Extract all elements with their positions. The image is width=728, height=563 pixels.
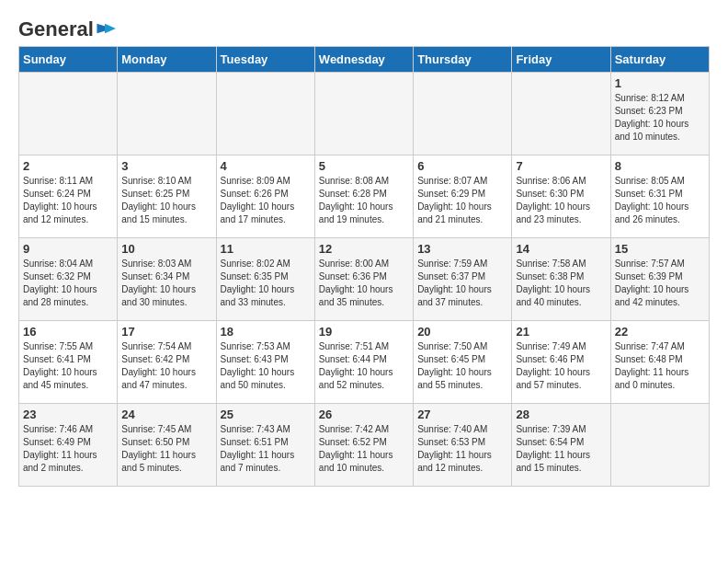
- day-number: 18: [221, 325, 311, 339]
- calendar-day-cell: 11Sunrise: 8:02 AM Sunset: 6:35 PM Dayli…: [216, 238, 314, 321]
- calendar-day-cell: 24Sunrise: 7:45 AM Sunset: 6:50 PM Dayli…: [118, 404, 216, 487]
- day-info: Sunrise: 8:11 AM Sunset: 6:24 PM Dayligh…: [23, 175, 113, 226]
- weekday-header: Friday: [512, 47, 610, 73]
- calendar-day-cell: 28Sunrise: 7:39 AM Sunset: 6:54 PM Dayli…: [512, 404, 610, 487]
- day-info: Sunrise: 7:42 AM Sunset: 6:52 PM Dayligh…: [319, 423, 409, 475]
- calendar-day-cell: 6Sunrise: 8:07 AM Sunset: 6:29 PM Daylig…: [414, 155, 512, 238]
- day-number: 27: [417, 408, 507, 421]
- page-header: General: [18, 18, 710, 37]
- day-info: Sunrise: 7:51 AM Sunset: 6:44 PM Dayligh…: [319, 340, 409, 392]
- day-number: 3: [121, 159, 211, 173]
- calendar-day-cell: 12Sunrise: 8:00 AM Sunset: 6:36 PM Dayli…: [314, 238, 413, 321]
- day-info: Sunrise: 7:58 AM Sunset: 6:38 PM Dayligh…: [516, 258, 606, 309]
- day-number: 17: [121, 325, 211, 339]
- calendar-day-cell: 1Sunrise: 8:12 AM Sunset: 6:23 PM Daylig…: [610, 73, 709, 155]
- calendar-day-cell: 21Sunrise: 7:49 AM Sunset: 6:46 PM Dayli…: [512, 321, 610, 404]
- calendar-day-cell: 8Sunrise: 8:05 AM Sunset: 6:31 PM Daylig…: [610, 155, 709, 238]
- day-info: Sunrise: 8:05 AM Sunset: 6:31 PM Dayligh…: [615, 175, 705, 226]
- calendar-day-cell: 13Sunrise: 7:59 AM Sunset: 6:37 PM Dayli…: [414, 238, 512, 321]
- svg-marker-1: [105, 24, 116, 33]
- day-number: 5: [319, 159, 409, 173]
- calendar-week-row: 2Sunrise: 8:11 AM Sunset: 6:24 PM Daylig…: [19, 155, 710, 238]
- day-info: Sunrise: 8:03 AM Sunset: 6:34 PM Dayligh…: [121, 258, 211, 309]
- day-number: 10: [121, 242, 211, 256]
- calendar-day-cell: [610, 404, 709, 487]
- calendar-week-row: 23Sunrise: 7:46 AM Sunset: 6:49 PM Dayli…: [19, 404, 710, 487]
- day-number: 21: [516, 325, 606, 339]
- calendar-day-cell: 2Sunrise: 8:11 AM Sunset: 6:24 PM Daylig…: [19, 155, 118, 238]
- day-number: 23: [23, 408, 113, 421]
- day-info: Sunrise: 8:06 AM Sunset: 6:30 PM Dayligh…: [516, 175, 606, 226]
- calendar-day-cell: [314, 73, 413, 155]
- day-info: Sunrise: 8:00 AM Sunset: 6:36 PM Dayligh…: [319, 258, 409, 309]
- day-number: 25: [221, 408, 311, 421]
- day-number: 13: [417, 242, 507, 256]
- day-number: 8: [615, 159, 705, 173]
- day-number: 20: [417, 325, 507, 339]
- calendar-day-cell: 4Sunrise: 8:09 AM Sunset: 6:26 PM Daylig…: [216, 155, 314, 238]
- weekday-header: Wednesday: [314, 47, 413, 73]
- day-number: 9: [23, 242, 113, 256]
- day-info: Sunrise: 7:47 AM Sunset: 6:48 PM Dayligh…: [615, 340, 705, 392]
- calendar-day-cell: [414, 73, 512, 155]
- day-info: Sunrise: 7:53 AM Sunset: 6:43 PM Dayligh…: [221, 340, 311, 392]
- day-info: Sunrise: 7:57 AM Sunset: 6:39 PM Dayligh…: [615, 258, 705, 309]
- weekday-header: Tuesday: [216, 47, 314, 73]
- calendar-day-cell: 10Sunrise: 8:03 AM Sunset: 6:34 PM Dayli…: [118, 238, 216, 321]
- calendar-day-cell: 17Sunrise: 7:54 AM Sunset: 6:42 PM Dayli…: [118, 321, 216, 404]
- day-number: 19: [319, 325, 409, 339]
- day-info: Sunrise: 7:49 AM Sunset: 6:46 PM Dayligh…: [516, 340, 606, 392]
- calendar-day-cell: [118, 73, 216, 155]
- day-number: 1: [615, 76, 705, 90]
- weekday-header: Monday: [118, 47, 216, 73]
- logo: General: [18, 18, 116, 37]
- day-number: 7: [516, 159, 606, 173]
- calendar-day-cell: 15Sunrise: 7:57 AM Sunset: 6:39 PM Dayli…: [610, 238, 709, 321]
- calendar-header: SundayMondayTuesdayWednesdayThursdayFrid…: [19, 47, 710, 73]
- day-number: 12: [319, 242, 409, 256]
- day-number: 24: [121, 408, 211, 421]
- day-info: Sunrise: 8:10 AM Sunset: 6:25 PM Dayligh…: [121, 175, 211, 226]
- day-info: Sunrise: 8:04 AM Sunset: 6:32 PM Dayligh…: [23, 258, 113, 309]
- day-info: Sunrise: 8:07 AM Sunset: 6:29 PM Dayligh…: [417, 175, 507, 226]
- calendar-day-cell: 19Sunrise: 7:51 AM Sunset: 6:44 PM Dayli…: [314, 321, 413, 404]
- calendar-week-row: 1Sunrise: 8:12 AM Sunset: 6:23 PM Daylig…: [19, 73, 710, 155]
- day-number: 6: [417, 159, 507, 173]
- day-info: Sunrise: 8:12 AM Sunset: 6:23 PM Dayligh…: [615, 92, 705, 144]
- calendar-day-cell: 3Sunrise: 8:10 AM Sunset: 6:25 PM Daylig…: [118, 155, 216, 238]
- day-info: Sunrise: 7:46 AM Sunset: 6:49 PM Dayligh…: [23, 423, 113, 475]
- day-number: 15: [615, 242, 705, 256]
- calendar-week-row: 16Sunrise: 7:55 AM Sunset: 6:41 PM Dayli…: [19, 321, 710, 404]
- day-number: 28: [516, 408, 606, 421]
- day-number: 14: [516, 242, 606, 256]
- calendar-day-cell: 20Sunrise: 7:50 AM Sunset: 6:45 PM Dayli…: [414, 321, 512, 404]
- calendar-day-cell: 7Sunrise: 8:06 AM Sunset: 6:30 PM Daylig…: [512, 155, 610, 238]
- weekday-header: Sunday: [19, 47, 118, 73]
- calendar-day-cell: 5Sunrise: 8:08 AM Sunset: 6:28 PM Daylig…: [314, 155, 413, 238]
- day-info: Sunrise: 7:45 AM Sunset: 6:50 PM Dayligh…: [121, 423, 211, 475]
- day-number: 2: [23, 159, 113, 173]
- calendar-day-cell: 23Sunrise: 7:46 AM Sunset: 6:49 PM Dayli…: [19, 404, 118, 487]
- calendar-day-cell: [19, 73, 118, 155]
- day-number: 26: [319, 408, 409, 421]
- calendar-day-cell: 18Sunrise: 7:53 AM Sunset: 6:43 PM Dayli…: [216, 321, 314, 404]
- weekday-header: Thursday: [414, 47, 512, 73]
- calendar-week-row: 9Sunrise: 8:04 AM Sunset: 6:32 PM Daylig…: [19, 238, 710, 321]
- logo-icon: [94, 22, 116, 35]
- calendar-day-cell: [216, 73, 314, 155]
- day-number: 11: [221, 242, 311, 256]
- day-info: Sunrise: 8:02 AM Sunset: 6:35 PM Dayligh…: [221, 258, 311, 309]
- day-info: Sunrise: 7:39 AM Sunset: 6:54 PM Dayligh…: [516, 423, 606, 475]
- calendar-day-cell: 9Sunrise: 8:04 AM Sunset: 6:32 PM Daylig…: [19, 238, 118, 321]
- day-info: Sunrise: 8:09 AM Sunset: 6:26 PM Dayligh…: [221, 175, 311, 226]
- day-info: Sunrise: 7:50 AM Sunset: 6:45 PM Dayligh…: [417, 340, 507, 392]
- day-info: Sunrise: 8:08 AM Sunset: 6:28 PM Dayligh…: [319, 175, 409, 226]
- day-info: Sunrise: 7:43 AM Sunset: 6:51 PM Dayligh…: [221, 423, 311, 475]
- day-info: Sunrise: 7:55 AM Sunset: 6:41 PM Dayligh…: [23, 340, 113, 392]
- weekday-header: Saturday: [610, 47, 709, 73]
- day-info: Sunrise: 7:40 AM Sunset: 6:53 PM Dayligh…: [417, 423, 507, 475]
- calendar-table: SundayMondayTuesdayWednesdayThursdayFrid…: [18, 46, 710, 487]
- calendar-day-cell: 27Sunrise: 7:40 AM Sunset: 6:53 PM Dayli…: [414, 404, 512, 487]
- day-info: Sunrise: 7:59 AM Sunset: 6:37 PM Dayligh…: [417, 258, 507, 309]
- day-number: 4: [221, 159, 311, 173]
